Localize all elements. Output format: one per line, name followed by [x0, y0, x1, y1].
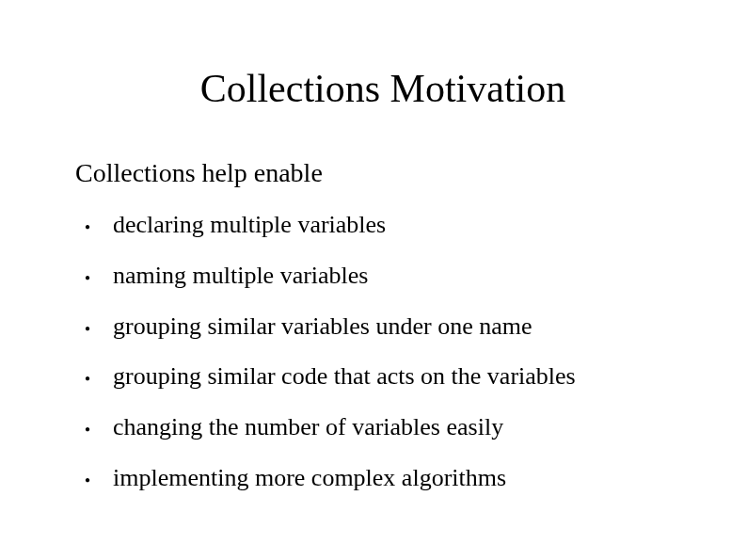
- bullet-list: declaring multiple variables naming mult…: [75, 209, 691, 494]
- list-item: declaring multiple variables: [75, 209, 691, 241]
- list-item: changing the number of variables easily: [75, 411, 691, 443]
- slide-subtitle: Collections help enable: [75, 158, 691, 188]
- list-item: grouping similar code that acts on the v…: [75, 360, 691, 392]
- slide-title: Collections Motivation: [75, 66, 691, 111]
- list-item: naming multiple variables: [75, 260, 691, 292]
- list-item: grouping similar variables under one nam…: [75, 311, 691, 343]
- list-item: implementing more complex algorithms: [75, 462, 691, 494]
